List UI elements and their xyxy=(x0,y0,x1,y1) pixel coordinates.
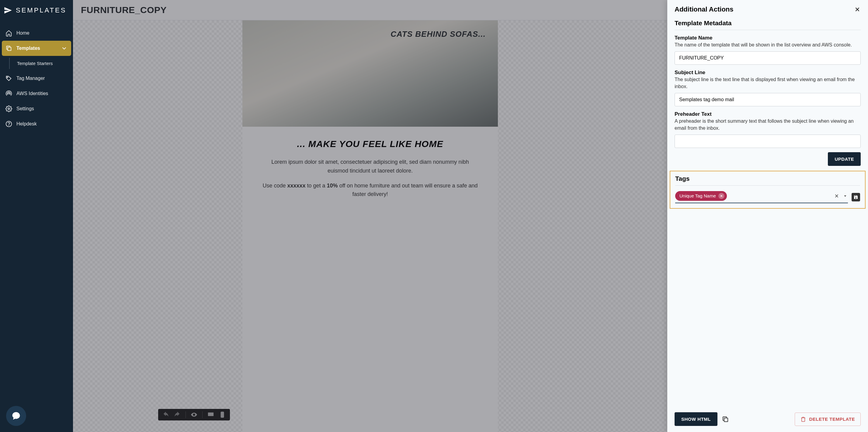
chevron-down-icon xyxy=(61,45,67,52)
preheader-input[interactable] xyxy=(675,135,861,148)
paragraph-2: Use code xxxxxx to get a 10% off on home… xyxy=(261,181,479,199)
metadata-heading: Template Metadata xyxy=(675,16,861,30)
tag-icon xyxy=(5,75,12,82)
metadata-section: Template Metadata Template Name The name… xyxy=(667,16,868,148)
tags-row: Unique Tag Name xyxy=(675,191,860,203)
panel-header: Additional Actions xyxy=(667,0,868,16)
tag-chip-label: Unique Tag Name xyxy=(679,193,716,198)
nav-template-starters[interactable]: Template Starters xyxy=(9,58,71,69)
template-name-desc: The name of the template that will be sh… xyxy=(675,42,861,48)
panel-title: Additional Actions xyxy=(675,5,734,13)
chat-widget-button[interactable] xyxy=(6,406,26,426)
svg-point-2 xyxy=(8,108,10,110)
delete-template-button[interactable]: DELETE TEMPLATE xyxy=(795,412,861,426)
tag-input-controls xyxy=(834,193,848,199)
tags-heading: Tags xyxy=(675,171,860,186)
close-icon xyxy=(720,194,723,198)
preheader-label: Preheader Text xyxy=(675,111,861,117)
additional-actions-panel: Additional Actions Template Metadata Tem… xyxy=(667,0,868,432)
panel-footer: SHOW HTML DELETE TEMPLATE xyxy=(667,406,868,432)
tag-combobox[interactable]: Unique Tag Name xyxy=(675,191,848,203)
field-template-name: Template Name The name of the template t… xyxy=(675,35,861,65)
nav-starters-label: Template Starters xyxy=(17,61,53,66)
nav-settings-label: Settings xyxy=(17,106,34,111)
save-tags-button[interactable] xyxy=(851,193,860,201)
subject-line-input[interactable] xyxy=(675,93,861,106)
email-preview: CATS BEHIND SOFAS... ... MAKE YOU FEEL L… xyxy=(242,20,498,432)
template-name-label: Template Name xyxy=(675,35,861,41)
page-title: FURNITURE_COPY xyxy=(81,5,659,15)
nav-tag-manager[interactable]: Tag Manager xyxy=(2,71,71,86)
help-icon xyxy=(5,121,12,127)
toolbar-separator xyxy=(202,411,203,418)
nav-tag-manager-label: Tag Manager xyxy=(17,76,45,81)
nav-settings[interactable]: Settings xyxy=(2,101,71,117)
nav-helpdesk[interactable]: Helpdesk xyxy=(2,117,71,132)
paper-plane-icon xyxy=(4,6,12,14)
tag-text-input[interactable] xyxy=(729,193,832,199)
svg-rect-8 xyxy=(724,418,728,422)
nav-templates[interactable]: Templates xyxy=(2,41,71,56)
editor-toolbar xyxy=(158,409,230,421)
mobile-icon[interactable] xyxy=(219,411,226,418)
nav-home[interactable]: Home xyxy=(2,26,71,41)
editor-canvas[interactable]: CATS BEHIND SOFAS... ... MAKE YOU FEEL L… xyxy=(73,20,667,432)
tag-chip-remove[interactable] xyxy=(718,193,724,199)
sidebar: SEMPLATES Home Templates Template Starte… xyxy=(0,0,73,432)
undo-icon[interactable] xyxy=(162,411,169,418)
save-icon xyxy=(854,195,858,200)
nav: Home Templates Template Starters Tag Man… xyxy=(0,21,73,136)
field-subject-line: Subject Line The subject line is the tex… xyxy=(675,70,861,106)
chevron-down-icon[interactable] xyxy=(842,193,848,199)
main-editor: FURNITURE_COPY CATS BEHIND SOFAS... ... … xyxy=(73,0,667,432)
svg-point-7 xyxy=(222,416,223,417)
update-button[interactable]: UPDATE xyxy=(828,152,861,166)
hero-headline: CATS BEHIND SOFAS... xyxy=(391,30,486,39)
template-name-input[interactable] xyxy=(675,51,861,65)
nav-templates-label: Templates xyxy=(17,45,40,51)
copy-icon xyxy=(5,45,12,52)
subject-line-label: Subject Line xyxy=(675,70,861,76)
footer-left: SHOW HTML xyxy=(675,412,729,426)
nav-helpdesk-label: Helpdesk xyxy=(17,121,37,127)
nav-home-label: Home xyxy=(17,30,30,36)
chat-icon xyxy=(11,411,21,421)
svg-rect-0 xyxy=(8,47,11,51)
svg-rect-5 xyxy=(208,412,214,416)
gear-icon xyxy=(5,105,12,112)
svg-point-1 xyxy=(7,77,8,78)
close-icon[interactable] xyxy=(854,6,861,13)
subject-line-desc: The subject line is the text line that i… xyxy=(675,76,861,90)
nav-templates-submenu: Template Starters xyxy=(2,58,71,69)
eye-icon[interactable] xyxy=(191,411,197,418)
home-icon xyxy=(5,30,12,36)
nav-aws-identities[interactable]: AWS Identities xyxy=(2,86,71,101)
redo-icon[interactable] xyxy=(174,411,181,418)
nav-aws-label: AWS Identities xyxy=(17,91,48,96)
metadata-actions: UPDATE xyxy=(667,148,868,171)
copy-html-icon[interactable] xyxy=(722,416,729,423)
delete-template-label: DELETE TEMPLATE xyxy=(809,417,855,422)
fingerprint-icon xyxy=(5,90,12,97)
brand-name: SEMPLATES xyxy=(16,6,66,14)
trash-icon xyxy=(801,417,806,422)
brand-logo: SEMPLATES xyxy=(0,0,73,21)
svg-point-4 xyxy=(9,125,9,126)
sub-headline: ... MAKE YOU FEEL LIKE HOME xyxy=(261,139,479,149)
tags-section: Tags Unique Tag Name xyxy=(670,171,866,209)
preheader-desc: A preheader is the short summary text th… xyxy=(675,118,861,132)
tag-chip: Unique Tag Name xyxy=(675,191,727,201)
paragraph-1: Lorem ipsum dolor sit amet, consectetuer… xyxy=(261,158,479,175)
clear-icon[interactable] xyxy=(834,193,839,199)
show-html-button[interactable]: SHOW HTML xyxy=(675,412,717,426)
email-content: ... MAKE YOU FEEL LIKE HOME Lorem ipsum … xyxy=(242,127,498,217)
main-header: FURNITURE_COPY xyxy=(73,0,667,20)
email-hero-image: CATS BEHIND SOFAS... xyxy=(242,20,498,127)
field-preheader: Preheader Text A preheader is the short … xyxy=(675,111,861,148)
desktop-icon[interactable] xyxy=(208,411,214,418)
